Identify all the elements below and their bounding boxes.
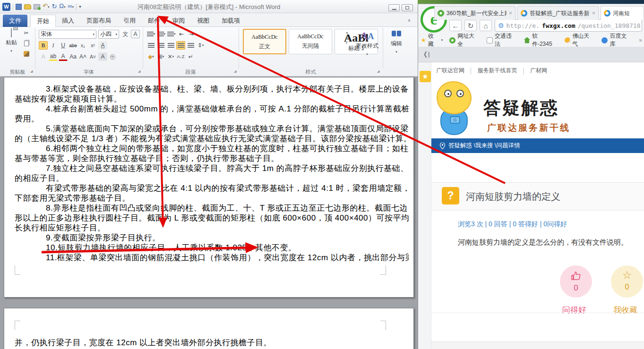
- tab-file[interactable]: 文件: [3, 15, 27, 27]
- open-icon[interactable]: [24, 4, 31, 9]
- font-dialog-launcher-icon[interactable]: ◢: [138, 69, 140, 73]
- multilevel-list-icon[interactable]: ▾: [167, 30, 176, 38]
- bookmark-item[interactable]: 佛山天气: [565, 32, 595, 48]
- clipboard-dialog-launcher-icon[interactable]: ◢: [30, 69, 33, 73]
- font-size-select[interactable]: 小四▾: [98, 30, 119, 39]
- enclose-char-icon[interactable]: ㊥: [108, 52, 117, 61]
- browser-tab-1[interactable]: 360导航_新一代安全上网导 ×: [434, 6, 515, 20]
- doc-line: 费用。: [15, 114, 409, 124]
- browser-tab-2[interactable]: 答疑解惑_广联达服务新干 ×: [517, 6, 599, 20]
- styles-scroll-down-icon[interactable]: ▼: [345, 36, 349, 39]
- format-painter-icon[interactable]: [22, 50, 31, 58]
- close-tab-icon[interactable]: ×: [592, 10, 595, 17]
- document-page-1[interactable]: 3.框架式设备基础，应按设备基础、柱、梁、墙、板分别列项，执行本分部有关子目。楼…: [4, 77, 414, 298]
- distribute-icon[interactable]: [186, 41, 195, 50]
- tab-view[interactable]: 视图: [191, 15, 215, 27]
- undo-icon[interactable]: ↶▾: [43, 2, 49, 11]
- show-marks-icon[interactable]: ↵: [186, 52, 195, 61]
- bookmark-favorites[interactable]: ★收藏▾: [421, 32, 443, 48]
- style-no-spacing[interactable]: AaBbCcDc 无间隔: [289, 29, 332, 54]
- home-icon[interactable]: ⌂: [480, 20, 492, 31]
- back-icon[interactable]: ←: [449, 20, 462, 31]
- editing-button[interactable]: 编辑▾: [386, 31, 406, 54]
- grow-font-icon[interactable]: A˄: [78, 52, 87, 61]
- tab-addins[interactable]: 加载项: [215, 15, 246, 27]
- save-icon[interactable]: [16, 4, 22, 10]
- align-right-icon[interactable]: [166, 41, 175, 50]
- subscript-button[interactable]: x₂: [78, 41, 87, 50]
- browser-tab-3-active[interactable]: 河南短: [601, 6, 644, 20]
- text-effects-icon[interactable]: A: [39, 52, 48, 61]
- minimize-button[interactable]: [388, 4, 400, 11]
- strikethrough-button[interactable]: abe: [69, 41, 77, 50]
- align-center-icon[interactable]: [156, 41, 165, 50]
- bookmark-item[interactable]: 百度文库: [601, 32, 632, 48]
- font-name-select[interactable]: 宋体▾: [39, 30, 96, 39]
- address-bar[interactable]: ⚙ http://e.fwxgx.com/question_1898718.: [495, 19, 642, 32]
- refresh-icon[interactable]: ↻: [464, 20, 477, 31]
- change-case-icon[interactable]: Aa: [69, 52, 77, 61]
- bookmark-item[interactable]: 网址大全: [449, 32, 480, 48]
- shading-icon[interactable]: ◆▾: [146, 52, 155, 61]
- bullets-icon[interactable]: ▾: [146, 30, 156, 38]
- word-document-area[interactable]: 3.框架式设备基础，应按设备基础、柱、梁、墙、板分别列项，执行本分部有关子目。楼…: [0, 77, 418, 349]
- change-styles-button[interactable]: AA 更改样式▾: [353, 30, 381, 57]
- tab-references[interactable]: 引用: [117, 15, 142, 27]
- doc-line: 4.桩承台剔凿桩头超过 500mm 的，满堂基础做桩承台的，可按 A.1 分部的…: [15, 104, 409, 114]
- bold-button[interactable]: B: [39, 41, 48, 50]
- document-page-2[interactable]: 并，仍执行梁子目，宽度在 12cm 以上者突出墙外部分执行挑檐子目。: [4, 308, 414, 349]
- bookmarks-overflow-icon[interactable]: »: [639, 37, 642, 43]
- doc-line: 基与带基等宽，则全部执行独立基础子目；否则，仍执行带形基础子目。: [15, 153, 409, 163]
- tab-page-layout[interactable]: 页面布局: [80, 15, 117, 27]
- paste-button[interactable]: 粘贴▾: [3, 29, 20, 53]
- asian-layout-icon[interactable]: ✕▾: [166, 52, 175, 61]
- line-spacing-icon[interactable]: ⇕▾: [196, 41, 205, 50]
- borders-icon[interactable]: ⊞▾: [156, 52, 165, 61]
- decrease-indent-icon[interactable]: ⇤: [177, 30, 186, 38]
- tab-mailings[interactable]: 邮件: [142, 15, 166, 27]
- doc-line: 8.异形柱是指柱面有凹凸或竖向线脚的柱、截面为工、十、T 形或正五边至正七边形的…: [15, 203, 409, 213]
- print-icon[interactable]: [34, 4, 40, 9]
- highlight-color-icon[interactable]: ab: [49, 52, 58, 61]
- clear-formatting-icon[interactable]: A̲: [98, 41, 107, 50]
- tab-home[interactable]: 开始: [30, 15, 56, 27]
- paragraph-dialog-launcher-icon[interactable]: ◢: [234, 69, 236, 73]
- increase-indent-icon[interactable]: ⇥: [187, 30, 196, 38]
- like-button[interactable]: 0: [560, 265, 592, 298]
- copy-icon[interactable]: [22, 39, 31, 48]
- link-gcw[interactable]: 广材网: [530, 67, 547, 75]
- tab-insert[interactable]: 插入: [56, 15, 80, 27]
- tab-scroll-left-icon[interactable]: ❬|: [423, 51, 429, 58]
- character-border-icon[interactable]: A: [131, 30, 140, 38]
- favorite-button[interactable]: ☆ 0: [611, 265, 643, 298]
- styles-scroll-up-icon[interactable]: ▲: [345, 31, 349, 34]
- word-logo-icon[interactable]: W: [2, 3, 10, 11]
- char-shading-icon[interactable]: A: [98, 52, 107, 61]
- cut-icon[interactable]: ✂: [22, 29, 31, 37]
- italic-button[interactable]: I: [49, 41, 58, 50]
- align-left-icon[interactable]: [146, 41, 155, 50]
- bookmark-item[interactable]: 软件-2345: [524, 32, 558, 48]
- phonetic-guide-icon[interactable]: 文: [121, 30, 130, 38]
- symbol-omega-icon[interactable]: Ω▾: [59, 2, 65, 11]
- restore-button[interactable]: [402, 4, 413, 11]
- styles-more-icon[interactable]: ⊽: [345, 41, 349, 45]
- group-label-clipboard: 剪贴板: [0, 68, 35, 76]
- justify-icon[interactable]: [176, 41, 185, 50]
- style-normal[interactable]: AaBbCcDc 正文: [243, 29, 286, 54]
- link-fwxgx-home[interactable]: 服务新干线首页: [478, 67, 517, 75]
- sidebar-favorite-icon[interactable]: ★: [420, 71, 431, 82]
- link-glodon-official[interactable]: 广联达官网: [436, 67, 464, 75]
- superscript-button[interactable]: x²: [88, 41, 97, 50]
- numbering-icon[interactable]: ▾: [157, 30, 166, 38]
- styles-dialog-launcher-icon[interactable]: ◢: [377, 69, 379, 73]
- tab-review[interactable]: 审阅: [166, 15, 191, 27]
- bookmark-item[interactable]: 交通违法: [487, 32, 517, 48]
- shrink-font-icon[interactable]: A˅: [88, 52, 97, 61]
- close-tab-icon[interactable]: ×: [509, 10, 512, 17]
- sort-icon[interactable]: A↓Z: [176, 52, 185, 61]
- font-color-icon[interactable]: A: [59, 52, 68, 61]
- collapse-ribbon-icon[interactable]: ∧: [405, 17, 413, 24]
- underline-button[interactable]: U: [59, 41, 68, 50]
- redo-icon[interactable]: ↻: [52, 3, 57, 10]
